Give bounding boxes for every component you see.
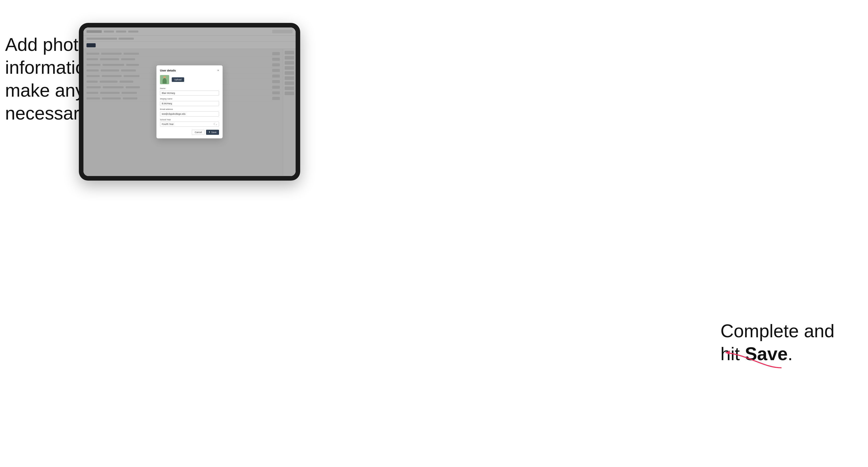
save-icon: ⬆ — [209, 131, 210, 133]
email-field-group: Email address — [160, 108, 219, 117]
user-details-modal: User details × Upload Name — [156, 65, 223, 138]
photo-section: Upload — [160, 75, 219, 84]
annotation-right: Complete and hit Save. — [720, 319, 848, 365]
display-name-label: Display name — [160, 98, 219, 100]
name-input[interactable] — [160, 91, 219, 96]
upload-button[interactable]: Upload — [172, 77, 184, 82]
save-label: Save — [211, 131, 216, 133]
display-name-field-group: Display name — [160, 98, 219, 106]
close-icon[interactable]: × — [217, 69, 219, 72]
clear-icon[interactable]: × — [213, 123, 215, 125]
tablet-screen: User details × Upload Name — [84, 28, 296, 176]
chevron-down-icon[interactable]: ⌄ — [215, 123, 217, 125]
name-field-group: Name — [160, 87, 219, 96]
photo-preview — [160, 75, 169, 84]
school-year-field-group: School Year Fourth Year × ⌄ — [160, 119, 219, 127]
modal-header: User details × — [160, 69, 219, 72]
school-year-value: Fourth Year — [162, 123, 174, 125]
email-label: Email address — [160, 108, 219, 111]
school-year-controls: × ⌄ — [213, 123, 217, 125]
cancel-button[interactable]: Cancel — [192, 130, 205, 135]
school-year-label: School Year — [160, 119, 219, 121]
modal-overlay: User details × Upload Name — [84, 28, 296, 176]
modal-title: User details — [160, 69, 176, 72]
display-name-input[interactable] — [160, 101, 219, 106]
school-year-select[interactable]: Fourth Year × ⌄ — [160, 122, 219, 127]
tablet-device: User details × Upload Name — [79, 23, 300, 181]
save-button[interactable]: ⬆ Save — [206, 130, 219, 135]
photo-figure — [162, 78, 167, 84]
modal-actions: Cancel ⬆ Save — [160, 130, 219, 135]
name-label: Name — [160, 87, 219, 90]
email-input[interactable] — [160, 112, 219, 117]
